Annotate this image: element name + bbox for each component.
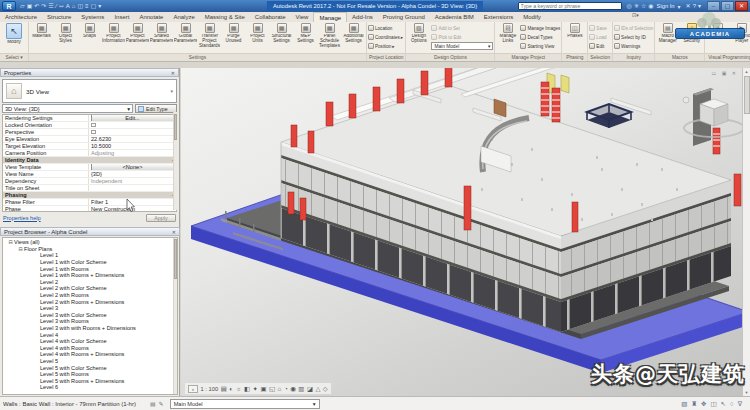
- properties-scrollbar[interactable]: [173, 112, 177, 210]
- project-browser-header[interactable]: Project Browser - Alpha Condel ✕: [0, 227, 180, 236]
- view-control-dropdown-icon[interactable]: ∨: [188, 385, 198, 393]
- scale-button[interactable]: 1 : 100: [201, 386, 219, 392]
- favorites-icon[interactable]: ☆: [641, 1, 646, 11]
- property-value[interactable]: {3D}: [89, 171, 176, 177]
- property-row[interactable]: Target Elevation 10.5000: [3, 143, 176, 150]
- ribbon-tab[interactable]: Extensions: [479, 12, 518, 22]
- print-icon[interactable]: ☰: [48, 1, 53, 11]
- property-value[interactable]: Independent: [89, 178, 176, 184]
- crop-region-icon[interactable]: ◱: [269, 384, 275, 394]
- select-pinned-icon[interactable]: ○: [730, 400, 734, 408]
- select-panel-label[interactable]: Select ▾: [0, 53, 28, 61]
- property-row[interactable]: Camera Position Adjusting: [3, 150, 176, 157]
- select-links-icon[interactable]: ↖: [720, 400, 725, 408]
- ribbon-tab[interactable]: Architecture: [0, 12, 42, 22]
- property-row[interactable]: Locked Orientation: [3, 122, 176, 129]
- tree-item[interactable]: Level 4 with Color Scheme: [3, 338, 177, 345]
- temporary-hide-isolate-icon[interactable]: ◔: [284, 384, 288, 394]
- crop-view-icon[interactable]: ▣: [260, 384, 266, 394]
- exchange-x-icon[interactable]: ✕: [686, 1, 691, 11]
- ribbon-tab[interactable]: Add-Ins: [347, 12, 378, 22]
- tree-item[interactable]: Level 6: [3, 384, 177, 391]
- ribbon-tab[interactable]: Annotate: [134, 12, 168, 22]
- settings-button[interactable]: ▦ Snaps: [78, 23, 101, 39]
- type-selector[interactable]: ⌂ 3D View ▾: [2, 79, 177, 103]
- minimize-button[interactable]: –: [707, 1, 720, 11]
- tree-item[interactable]: Level 1 with Color Scheme: [3, 259, 177, 266]
- settings-button[interactable]: ▦ MEP Settings: [294, 23, 317, 44]
- settings-button[interactable]: ▦ Additional Settings: [342, 23, 365, 44]
- active-design-option-select[interactable]: Main Model▾: [431, 42, 493, 50]
- view-window-controls[interactable]: ▭ ▣ ✕: [712, 70, 738, 76]
- ribbon-tab[interactable]: View: [291, 12, 314, 22]
- settings-button[interactable]: ▦ Project Units: [246, 23, 269, 44]
- load-selection-button[interactable]: Load: [589, 33, 606, 41]
- property-row[interactable]: Title on Sheet: [3, 185, 176, 192]
- settings-button[interactable]: ▦ Structural Settings: [270, 23, 293, 44]
- apply-button[interactable]: Apply: [146, 214, 176, 222]
- scroll-up-icon[interactable]: ▲: [745, 69, 749, 74]
- project-browser-close-icon[interactable]: ✕: [172, 229, 176, 235]
- ribbon-tab[interactable]: Proving Ground: [378, 12, 430, 22]
- tree-expander-icon[interactable]: ⊟: [17, 246, 24, 252]
- sign-in-button[interactable]: Sign In: [657, 3, 675, 9]
- tree-item[interactable]: Level 5 with Color Scheme: [3, 364, 177, 371]
- tree-item[interactable]: ⊟ Floor Plans: [3, 246, 177, 253]
- tree-expander-icon[interactable]: ⊟: [7, 239, 14, 245]
- phases-button[interactable]: ◫ Phases: [563, 23, 586, 39]
- aligned-dimension-icon[interactable]: ⇿: [59, 1, 64, 11]
- settings-button[interactable]: ▦ Project Parameters: [126, 23, 149, 44]
- ribbon-tab[interactable]: Modify: [518, 12, 546, 22]
- tree-item[interactable]: Level 4 with Rooms + Dimensions: [3, 351, 177, 358]
- properties-header[interactable]: Properties ✕: [0, 68, 179, 77]
- tree-item[interactable]: Level 2: [3, 279, 177, 286]
- ribbon-tab[interactable]: Analyze: [168, 12, 199, 22]
- tree-item[interactable]: Level 2 with Rooms + Dimensions: [3, 298, 177, 305]
- building-model[interactable]: [281, 68, 741, 332]
- pick-to-edit-button[interactable]: Pick to Edit: [431, 33, 493, 41]
- macro-security-button[interactable]: ! Macro Security: [680, 23, 703, 44]
- tree-item[interactable]: Level 5: [3, 358, 177, 365]
- sun-path-icon[interactable]: ☼: [236, 384, 242, 394]
- browser-scrollbar[interactable]: [173, 238, 177, 394]
- tree-item[interactable]: Level 1: [3, 252, 177, 259]
- status-design-option-select[interactable]: Main Model ▾: [170, 399, 320, 409]
- door-yellow-2[interactable]: [561, 75, 569, 93]
- tree-item[interactable]: Level 2 with Color Scheme: [3, 285, 177, 292]
- ribbon-tab[interactable]: Structure: [42, 12, 76, 22]
- settings-button[interactable]: ▦ Project Information: [102, 23, 125, 44]
- canvas-vertical-scrollbar[interactable]: ▲ ▼: [742, 68, 750, 396]
- editable-only-icon[interactable]: ✎: [159, 400, 164, 407]
- property-row[interactable]: Eye Elevation 22.6230: [3, 136, 176, 143]
- 3d-lock-icon[interactable]: ⌂: [278, 384, 282, 394]
- application-menu-button[interactable]: R: [2, 1, 16, 11]
- viewcube-home-icon[interactable]: [683, 97, 689, 103]
- press-drag-icon[interactable]: ✥: [701, 400, 706, 408]
- tree-item[interactable]: Level 3 with Color Scheme: [3, 312, 177, 319]
- profile-icon[interactable]: ◉: [648, 1, 653, 11]
- settings-button[interactable]: ▦ Shared Parameters: [150, 23, 173, 44]
- shadows-icon[interactable]: ◧: [244, 384, 250, 394]
- property-value[interactable]: <None>: [89, 164, 176, 170]
- ids-of-selection-button[interactable]: IDs of Selection: [614, 24, 653, 32]
- tree-item[interactable]: Level 3: [3, 305, 177, 312]
- property-value[interactable]: 22.6230: [89, 136, 176, 142]
- analytical-model-icon[interactable]: △: [315, 384, 320, 394]
- highlight-sets-icon[interactable]: ◇: [323, 384, 328, 394]
- settings-button[interactable]: ▦ Purge Unused: [222, 23, 245, 44]
- text-icon[interactable]: A: [66, 1, 70, 11]
- property-row[interactable]: Perspective: [3, 129, 176, 136]
- dynamo-button[interactable]: ◈ Dynamo: [706, 23, 729, 39]
- sign-in-dropdown-icon[interactable]: ▾: [678, 3, 681, 10]
- property-checkbox[interactable]: [91, 123, 96, 128]
- property-value[interactable]: [89, 185, 176, 191]
- design-options-button[interactable]: ▧ Design Options: [407, 23, 430, 44]
- worksets-icon[interactable]: ▤: [150, 400, 156, 407]
- ribbon-tab[interactable]: Collaborate: [250, 12, 291, 22]
- open-icon[interactable]: ▱: [20, 1, 25, 11]
- ribbon-tab[interactable]: Manage: [313, 12, 347, 22]
- add-to-set-button[interactable]: Add to Set: [431, 24, 493, 32]
- save-selection-button[interactable]: Save: [589, 24, 606, 32]
- drawing-area[interactable]: ▭ ▣ ✕ ▲ ▼ ∨ 1 : 100 ▤◐☼◧✦▣◱⌂◔◉▥◪△◇ 头条@天弘…: [181, 68, 750, 396]
- tree-item[interactable]: Level 3 with Rooms: [3, 318, 177, 325]
